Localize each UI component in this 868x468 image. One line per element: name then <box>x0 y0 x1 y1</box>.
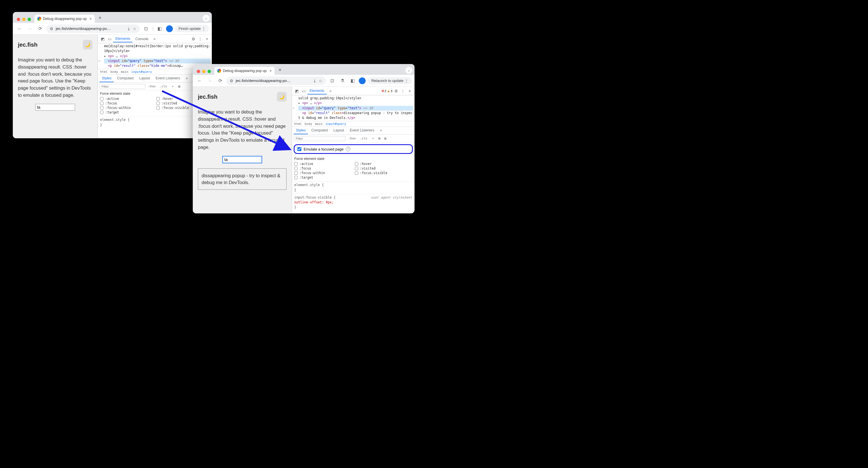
new-style-icon[interactable]: ＋ <box>170 84 176 89</box>
reload-button[interactable]: ⟳ <box>36 25 44 33</box>
more-tabs-icon[interactable]: » <box>327 88 334 94</box>
tabs-dropdown-icon[interactable]: ⌄ <box>203 15 210 22</box>
profile-avatar[interactable] <box>359 78 366 84</box>
help-icon[interactable]: ? <box>346 147 350 151</box>
more-tabs-icon[interactable]: » <box>183 75 190 82</box>
kebab-icon[interactable]: ⋮ <box>400 89 406 93</box>
tab-layout[interactable]: Layout <box>137 75 152 82</box>
tab-elements[interactable]: Elements <box>307 88 327 94</box>
window-controls <box>15 18 33 23</box>
close-window-icon[interactable] <box>197 70 200 73</box>
new-tab-button[interactable]: + <box>276 66 284 74</box>
inspect-icon[interactable]: ◩ <box>294 89 300 93</box>
dark-mode-icon[interactable]: 🌙 <box>83 40 92 50</box>
install-app-icon[interactable]: ⤓ <box>127 26 130 31</box>
side-panel-icon[interactable]: ◧ <box>348 77 356 85</box>
force-active[interactable]: :active <box>294 162 352 166</box>
close-window-icon[interactable] <box>17 18 20 21</box>
styles-filter-input[interactable] <box>294 136 345 141</box>
site-settings-icon[interactable]: ⚙ <box>50 26 54 31</box>
close-devtools-icon[interactable]: × <box>204 37 210 41</box>
css-rule[interactable]: element.style { } <box>292 181 414 194</box>
tab-event-listeners[interactable]: Event Listeners <box>153 75 182 82</box>
kebab-icon[interactable]: ⋮ <box>197 37 203 41</box>
profile-avatar[interactable] <box>166 25 173 32</box>
device-toggle-icon[interactable]: ▭ <box>301 89 307 93</box>
minimize-window-icon[interactable] <box>202 70 206 73</box>
force-focus[interactable]: :focus <box>100 101 154 105</box>
close-tab-icon[interactable]: × <box>270 68 272 73</box>
styles-subtabs: Styles Computed Layout Event Listeners » <box>292 127 414 135</box>
maximize-window-icon[interactable] <box>208 70 211 73</box>
emulate-focused-checkbox[interactable] <box>298 147 301 151</box>
force-hover[interactable]: :hover <box>355 162 412 166</box>
update-button[interactable]: Finish update⋮ <box>175 25 209 32</box>
bookmark-icon[interactable]: ☆ <box>133 26 136 31</box>
back-button[interactable]: ← <box>16 25 24 33</box>
force-focus-within[interactable]: :focus-within <box>294 171 352 175</box>
cls-toggle[interactable]: .cls <box>359 136 369 141</box>
hov-toggle[interactable]: :hov <box>147 84 157 89</box>
reload-button[interactable]: ⟳ <box>216 77 224 85</box>
close-tab-icon[interactable]: × <box>90 17 92 21</box>
browser-window-after: Debug disappearing pop up × + ⌄ ← → ⟳ ⚙ … <box>193 64 414 213</box>
address-bar[interactable]: ⚙ jec.fish/demo/disappearing-po… ⤓ ☆ <box>46 25 140 33</box>
extensions-icon[interactable]: ⊡ <box>142 25 150 33</box>
browser-tab[interactable]: Debug disappearing pop up × <box>34 15 95 23</box>
force-active[interactable]: :active <box>100 97 154 101</box>
inspect-icon[interactable]: ◩ <box>99 37 106 41</box>
styles-filter-input[interactable] <box>99 84 145 89</box>
force-target[interactable]: :target <box>294 176 352 179</box>
site-settings-icon[interactable]: ⚙ <box>230 79 234 83</box>
side-panel-icon[interactable]: ◧ <box>156 25 164 33</box>
css-rule-ua[interactable]: user agent stylesheet input:focus-visibl… <box>292 194 414 211</box>
tab-styles[interactable]: Styles <box>294 127 308 134</box>
tab-elements[interactable]: Elements <box>113 35 132 42</box>
computed-toggle-icon[interactable]: ▤ <box>377 136 381 141</box>
maximize-window-icon[interactable] <box>28 18 31 21</box>
force-visited[interactable]: :visited <box>355 167 412 170</box>
force-target[interactable]: :target <box>100 110 154 114</box>
dark-mode-icon[interactable]: 🌙 <box>277 92 287 101</box>
minimize-window-icon[interactable] <box>22 18 26 21</box>
panel-layout-icon[interactable]: ▥ <box>177 84 181 89</box>
tab-styles[interactable]: Styles <box>99 75 114 82</box>
new-style-icon[interactable]: ＋ <box>370 136 376 141</box>
browser-tab[interactable]: Debug disappearing pop up × <box>214 67 275 75</box>
close-devtools-icon[interactable]: × <box>407 89 413 93</box>
force-focus-visible[interactable]: :focus-visible <box>355 171 412 175</box>
devtools-main-tabs: ◩ ▭ Elements » ⊘2 ▲3 ⚙ ⋮ × <box>292 87 414 95</box>
tab-computed[interactable]: Computed <box>309 127 330 134</box>
address-bar[interactable]: ⚙ jec.fish/demo/disappearing-po… ⤓ ☆ <box>226 77 326 85</box>
settings-icon[interactable]: ⚙ <box>190 37 196 41</box>
cls-toggle[interactable]: .cls <box>159 84 168 89</box>
forward-button[interactable]: → <box>206 77 214 85</box>
back-button[interactable]: ← <box>196 77 204 85</box>
tab-console[interactable]: Console <box>133 36 151 42</box>
tabs-dropdown-icon[interactable]: ⌄ <box>405 67 412 74</box>
error-count[interactable]: ⊘2 ▲3 <box>381 89 392 93</box>
install-app-icon[interactable]: ⤓ <box>313 79 316 83</box>
settings-icon[interactable]: ⚙ <box>393 89 399 93</box>
extensions-icon[interactable]: ⊡ <box>328 77 336 85</box>
forward-button[interactable]: → <box>26 25 34 33</box>
query-input[interactable] <box>35 104 75 111</box>
more-tabs-icon[interactable]: » <box>378 127 384 134</box>
tab-layout[interactable]: Layout <box>331 127 347 134</box>
new-tab-button[interactable]: + <box>96 14 104 22</box>
force-focus[interactable]: :focus <box>294 167 352 170</box>
more-tabs-icon[interactable]: » <box>151 36 158 42</box>
emulate-focused-page-row[interactable]: Emulate a focused page ? <box>294 144 413 154</box>
bookmark-icon[interactable]: ☆ <box>319 79 322 83</box>
force-focus-within[interactable]: :focus-within <box>100 106 154 110</box>
update-button[interactable]: Relaunch to update⋮ <box>368 77 412 84</box>
tab-computed[interactable]: Computed <box>115 75 136 82</box>
query-input[interactable] <box>222 156 262 163</box>
device-toggle-icon[interactable]: ▭ <box>106 37 113 41</box>
tab-event-listeners[interactable]: Event Listeners <box>347 127 376 134</box>
panel-layout-icon[interactable]: ▥ <box>383 136 388 141</box>
elements-tree[interactable]: solid gray;padding:10px}</style> ▸ <p> …… <box>292 95 414 121</box>
hov-toggle[interactable]: :hov <box>347 136 357 141</box>
labs-icon[interactable]: ⚗ <box>338 77 346 85</box>
breadcrumb[interactable]: html body main input#query <box>292 121 414 127</box>
